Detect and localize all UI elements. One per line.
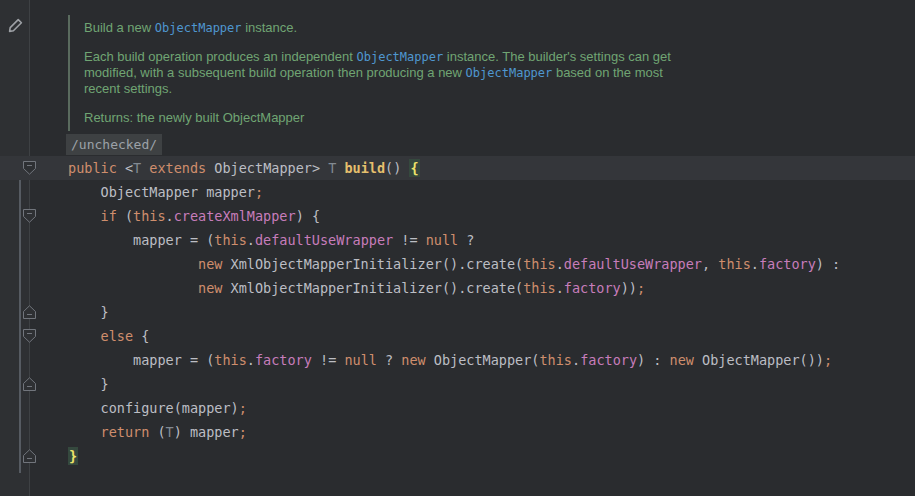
doc-text: based on the most (552, 65, 663, 80)
code-token: ; (239, 400, 247, 416)
fold-end-icon[interactable] (23, 305, 36, 319)
code-token: this (539, 352, 572, 368)
code-token: this (133, 208, 166, 224)
code-token: ; (824, 352, 832, 368)
code-token: this (523, 280, 556, 296)
code-token: mapper = ( (133, 232, 214, 248)
code-token: < (117, 160, 133, 176)
code-token: T (166, 424, 174, 440)
doc-text: instance. (242, 20, 298, 35)
code-token: ObjectMapper mapper (101, 184, 255, 200)
code-token: defaultUseWrapper (564, 256, 702, 272)
code-token: createXmlMapper (174, 208, 296, 224)
doc-paragraph: Each build operation produces an indepen… (84, 49, 844, 97)
code-token: ( (117, 208, 133, 224)
code-line[interactable]: } (0, 300, 915, 324)
code-line[interactable]: } (0, 372, 915, 396)
doc-text: recent settings. (84, 81, 172, 96)
code-token: ) : (637, 352, 670, 368)
code-token: , (702, 256, 718, 272)
indent (68, 376, 101, 392)
code-token: . (556, 280, 564, 296)
code-token: ObjectMapper()) (694, 352, 824, 368)
code-token: factory (564, 280, 621, 296)
pencil-icon[interactable] (6, 15, 26, 35)
code-token: } (101, 376, 109, 392)
code-token: new (401, 352, 425, 368)
indent (68, 256, 198, 272)
fold-end-icon[interactable] (23, 449, 36, 463)
code-token: this (214, 352, 247, 368)
code-token: this (718, 256, 751, 272)
code-token: new (198, 256, 222, 272)
code-token: mapper = ( (133, 352, 214, 368)
code-token: } (101, 304, 109, 320)
indent (68, 304, 101, 320)
code-token: ; (255, 184, 263, 200)
code-line[interactable]: mapper = (this.factory != null ? new Obj… (0, 348, 915, 372)
code-token: factory (580, 352, 637, 368)
code-line[interactable]: ObjectMapper mapper; (0, 180, 915, 204)
code-token: ( (149, 424, 165, 440)
code-line[interactable]: return (T) mapper; (0, 420, 915, 444)
code-token: ) : (816, 256, 840, 272)
code-token: != (393, 232, 426, 248)
code-token: defaultUseWrapper (255, 232, 393, 248)
code-token: public (68, 160, 117, 176)
doc-paragraph: Build a new ObjectMapper instance. (84, 20, 844, 36)
doc-line: recent settings. (84, 81, 844, 97)
fold-collapse-icon[interactable] (23, 161, 36, 175)
indent (68, 232, 133, 248)
fold-placeholder-unchecked[interactable]: /unchecked/ (66, 134, 162, 155)
code-token: null (426, 232, 459, 248)
code-token: else (101, 328, 134, 344)
indent (68, 208, 101, 224)
doc-text: modified, with a subsequent build operat… (84, 65, 466, 80)
doc-line: Build a new ObjectMapper instance. (84, 20, 844, 36)
doc-text: Returns: the newly built ObjectMapper (84, 110, 304, 125)
code-block: public <T extends ObjectMapper> T build(… (0, 156, 915, 468)
doc-line: Returns: the newly built ObjectMapper (84, 110, 844, 126)
code-token: ? (377, 352, 401, 368)
code-token: ? (458, 232, 474, 248)
code-token: factory (759, 256, 816, 272)
code-token: ) mapper (174, 424, 239, 440)
code-token: ObjectMapper( (426, 352, 540, 368)
code-token: != (312, 352, 345, 368)
code-token: ; (239, 424, 247, 440)
code-line-caret[interactable]: public <T extends ObjectMapper> T build(… (0, 156, 915, 180)
code-token: if (101, 208, 117, 224)
code-token: )) (621, 280, 637, 296)
code-line[interactable]: configure(mapper); (0, 396, 915, 420)
code-token: . (751, 256, 759, 272)
doc-text: Build a new (84, 20, 155, 35)
doc-text: Each build operation produces an indepen… (84, 49, 357, 64)
matched-brace: { (409, 159, 419, 177)
code-token: . (166, 208, 174, 224)
doc-code-ref: ObjectMapper (155, 21, 242, 35)
fold-end-icon[interactable] (23, 377, 36, 391)
indent (68, 400, 101, 416)
fold-collapse-icon[interactable] (23, 209, 36, 223)
code-token: ) { (296, 208, 320, 224)
indent (68, 424, 101, 440)
doc-line: modified, with a subsequent build operat… (84, 65, 844, 81)
indent (68, 280, 198, 296)
code-line[interactable]: mapper = (this.defaultUseWrapper != null… (0, 228, 915, 252)
code-token: T (133, 160, 141, 176)
code-token: ; (637, 280, 645, 296)
fold-collapse-icon[interactable] (23, 329, 36, 343)
code-token: return (101, 424, 150, 440)
code-line[interactable]: else { (0, 324, 915, 348)
doc-text: instance. The builder's settings can get (443, 49, 671, 64)
code-line[interactable]: new XmlObjectMapperInitializer().create(… (0, 276, 915, 300)
code-line[interactable]: } (0, 444, 915, 468)
code-token: factory (255, 352, 312, 368)
code-line[interactable]: new XmlObjectMapperInitializer().create(… (0, 252, 915, 276)
code-token: this (214, 232, 247, 248)
code-editor: Build a new ObjectMapper instance.Each b… (0, 0, 915, 496)
code-token: { (133, 328, 149, 344)
code-token: new (670, 352, 694, 368)
matched-brace: } (68, 447, 78, 465)
code-line[interactable]: if (this.createXmlMapper) { (0, 204, 915, 228)
